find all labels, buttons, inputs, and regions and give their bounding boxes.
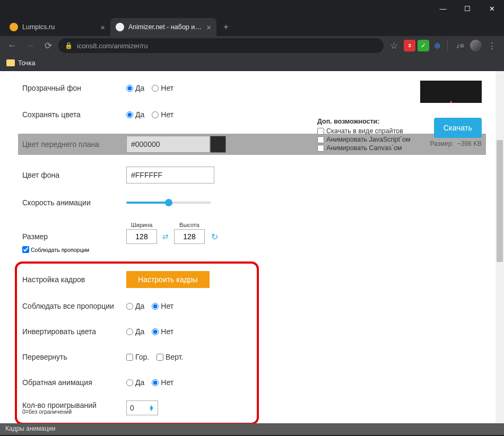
height-input[interactable] bbox=[174, 229, 205, 244]
invert-no[interactable]: Нет bbox=[152, 327, 173, 336]
forward-button[interactable]: → bbox=[22, 38, 38, 54]
window-close[interactable]: ✕ bbox=[480, 0, 504, 17]
tab-title: Lumpics.ru bbox=[22, 23, 96, 31]
scrollbar-thumb[interactable] bbox=[497, 140, 503, 262]
row-speed: Скорость анимации bbox=[22, 195, 482, 210]
width-input[interactable] bbox=[126, 229, 157, 244]
page-content: Доп. возможности: Скачать в виде спрайто… bbox=[0, 71, 504, 435]
fg-color-input[interactable] bbox=[126, 136, 210, 153]
prop-no[interactable]: Нет bbox=[152, 302, 173, 310]
tab-animizer[interactable]: Animizer.net - набор инструмен × bbox=[110, 18, 216, 36]
extension-check[interactable]: ✓ bbox=[418, 40, 429, 51]
configure-frames-button[interactable]: Настроить кадры bbox=[126, 271, 210, 288]
profile-avatar[interactable] bbox=[470, 40, 482, 51]
reverse-no[interactable]: Нет bbox=[152, 378, 173, 387]
url-text: icons8.com/animizer/ru bbox=[77, 42, 148, 50]
row-reverse: Обратная анимация Да Нет bbox=[22, 375, 251, 390]
refresh-size-icon[interactable]: ↻ bbox=[208, 232, 218, 244]
favicon-lumpics bbox=[10, 23, 18, 31]
row-invert: Инвертировать цвета Да Нет bbox=[22, 324, 251, 339]
flip-vert[interactable]: Верт. bbox=[157, 353, 183, 361]
tab-strip: Lumpics.ru × Animizer.net - набор инстру… bbox=[0, 17, 504, 36]
transparent-yes[interactable]: Да bbox=[126, 84, 144, 92]
link-ratio-icon[interactable]: ⇄ bbox=[160, 232, 171, 244]
fg-color-swatch[interactable] bbox=[210, 136, 226, 153]
lock-icon: 🔒 bbox=[65, 42, 73, 49]
new-tab-button[interactable]: + bbox=[219, 20, 233, 34]
folder-icon bbox=[6, 59, 15, 66]
tab-lumpics[interactable]: Lumpics.ru × bbox=[4, 18, 110, 36]
close-tab-icon[interactable]: × bbox=[206, 23, 211, 32]
right-panel: Доп. возможности: Скачать в виде спрайто… bbox=[317, 81, 482, 153]
close-tab-icon[interactable]: × bbox=[100, 23, 105, 32]
speed-slider[interactable] bbox=[126, 202, 211, 204]
plays-input[interactable]: 0 ▲▼ bbox=[126, 400, 158, 415]
preview-image bbox=[420, 81, 482, 103]
prop-yes[interactable]: Да bbox=[126, 302, 144, 310]
row-flip: Перевернуть Гор. Верт. bbox=[22, 350, 251, 364]
flip-hor[interactable]: Гор. bbox=[126, 353, 149, 361]
extension-badge[interactable]: 3 bbox=[404, 40, 415, 51]
keepcolors-yes[interactable]: Да bbox=[126, 110, 144, 119]
back-button[interactable]: ← bbox=[4, 38, 20, 54]
row-proportions: Соблюдать все пропорции Да Нет bbox=[22, 299, 251, 313]
reverse-yes[interactable]: Да bbox=[126, 378, 144, 387]
transparent-no[interactable]: Нет bbox=[152, 84, 173, 92]
row-size: Размер Ширина ⇄ Высота ↻ bbox=[22, 222, 482, 244]
window-maximize[interactable]: ☐ bbox=[455, 0, 480, 17]
invert-yes[interactable]: Да bbox=[126, 327, 144, 336]
keepcolors-no[interactable]: Нет bbox=[152, 110, 173, 119]
keep-ratio-checkbox[interactable]: Соблюдать пропорции bbox=[22, 246, 482, 253]
reload-button[interactable]: ⟳ bbox=[40, 38, 56, 54]
address-bar[interactable]: 🔒 icons8.com/animizer/ru bbox=[58, 38, 384, 53]
vertical-scrollbar[interactable] bbox=[496, 71, 504, 423]
window-titlebar: — ☐ ✕ bbox=[0, 0, 504, 17]
bookmark-item[interactable]: Точка bbox=[18, 59, 36, 67]
bg-color-input[interactable] bbox=[126, 167, 214, 184]
status-footer: Кадры анимации bbox=[0, 423, 504, 435]
favicon-animizer bbox=[116, 23, 124, 31]
bookmarks-bar: Точка bbox=[0, 55, 504, 71]
download-button[interactable]: Скачать bbox=[434, 118, 482, 138]
browser-toolbar: ← → ⟳ 🔒 icons8.com/animizer/ru ☆ 3 ✓ ⊕ ♪… bbox=[0, 36, 504, 55]
highlighted-settings: Настройка кадров Настроить кадры Соблюда… bbox=[15, 261, 259, 425]
plays-spinner-icon[interactable]: ▲▼ bbox=[149, 405, 154, 411]
extension-globe[interactable]: ⊕ bbox=[431, 40, 443, 51]
window-minimize[interactable]: — bbox=[431, 0, 455, 17]
tab-title: Animizer.net - набор инструмен bbox=[128, 23, 202, 31]
star-button[interactable]: ☆ bbox=[386, 38, 402, 54]
file-size-info: Размер: ~398 KB bbox=[430, 140, 482, 147]
row-bg-color: Цвет фона bbox=[22, 167, 482, 184]
row-plays: Кол-во проигрываний 0=без ограничений 0 … bbox=[22, 400, 251, 415]
menu-button[interactable]: ⋮ bbox=[484, 40, 500, 51]
row-frames: Настройка кадров Настроить кадры bbox=[22, 271, 251, 288]
music-button[interactable]: ♪≡ bbox=[452, 38, 468, 54]
